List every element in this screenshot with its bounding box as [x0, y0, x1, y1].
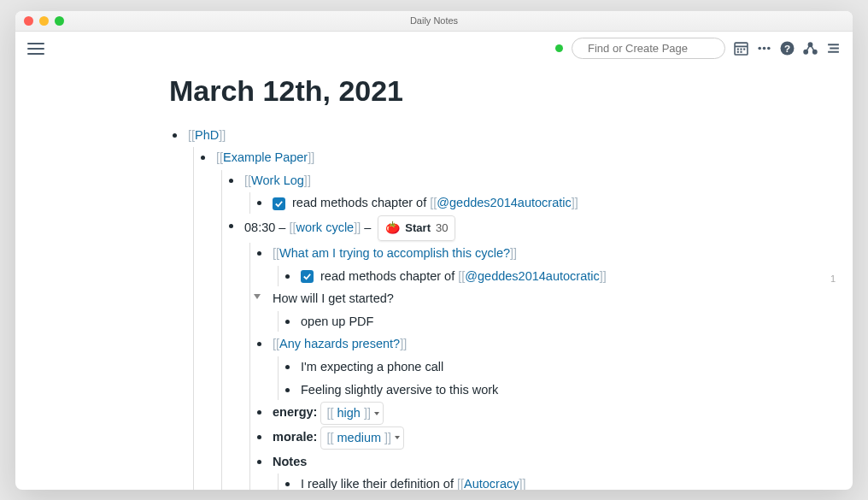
block-hazards[interactable]: [[Any hazards present?]] I'm expecting a…	[254, 333, 801, 400]
svg-point-11	[767, 47, 771, 50]
bullet-icon[interactable]	[285, 482, 290, 486]
svg-rect-8	[740, 51, 742, 53]
graph-icon[interactable]	[803, 41, 818, 56]
link-example-paper[interactable]: Example Paper	[223, 150, 308, 164]
link-work-cycle[interactable]: work cycle	[296, 221, 354, 234]
close-window-button[interactable]	[24, 16, 33, 26]
checkbox-done[interactable]	[301, 270, 314, 283]
topbar: ?	[15, 32, 853, 66]
chevron-down-icon	[374, 412, 379, 415]
link-high[interactable]: high	[337, 403, 360, 424]
svg-line-18	[812, 46, 814, 50]
aversive-text: Feeling slightly aversive to this work	[301, 383, 498, 397]
bullet-icon[interactable]	[257, 251, 261, 256]
block-todo-read-methods-2[interactable]: read methods chapter of [[@geddes2014aut…	[282, 266, 801, 287]
bullet-icon[interactable]	[229, 179, 233, 183]
help-icon[interactable]: ?	[780, 41, 795, 56]
block-aversive[interactable]: Feeling slightly aversive to this work	[282, 379, 801, 401]
block-example-paper[interactable]: [[Example Paper]] [[Work Log]] read meth…	[197, 147, 801, 489]
energy-dropdown[interactable]: [[high]]	[320, 402, 384, 425]
block-work-cycle[interactable]: 08:30 – [[work cycle]] – 🍅 Start 30 [[Wh…	[226, 215, 801, 489]
morale-label: morale:	[273, 430, 320, 444]
content-area[interactable]: March 12th, 2021 [[PhD]] [[Example Paper…	[15, 66, 853, 490]
checkbox-done[interactable]	[273, 197, 285, 210]
svg-line-17	[806, 46, 809, 50]
link-medium[interactable]: medium	[337, 427, 381, 449]
search-box[interactable]	[572, 38, 725, 59]
block-work-log[interactable]: [[Work Log]] read methods chapter of [[@…	[226, 170, 801, 214]
block-accomplish[interactable]: [[What am I trying to accomplish this cy…	[254, 243, 801, 286]
bullet-icon[interactable]	[257, 435, 261, 439]
svg-point-10	[763, 47, 766, 50]
search-input[interactable]	[588, 42, 731, 55]
link-phd[interactable]: PhD	[195, 128, 219, 142]
block-todo-read-methods[interactable]: read methods chapter of [[@geddes2014aut…	[254, 192, 801, 214]
svg-point-9	[758, 47, 761, 50]
bullet-icon[interactable]	[285, 365, 290, 369]
notes-label: Notes	[273, 455, 307, 468]
caret-down-icon[interactable]	[254, 294, 261, 299]
page-title: March 12th, 2021	[169, 74, 801, 108]
link-accomplish[interactable]: What am I trying to accomplish this cycl…	[279, 246, 510, 260]
link-geddes[interactable]: @geddes2014autocratic	[437, 196, 571, 209]
block-open-pdf[interactable]: open up PDF	[282, 311, 801, 332]
block-notes[interactable]: Notes I really like their definition of …	[254, 451, 801, 490]
app-window: Daily Notes ?	[15, 11, 853, 490]
titlebar: Daily Notes	[15, 11, 853, 32]
energy-label: energy:	[273, 406, 320, 420]
tomato-icon: 🍅	[385, 218, 400, 238]
minimize-window-button[interactable]	[39, 16, 49, 26]
definition-text: I really like their definition of	[301, 477, 457, 489]
window-title: Daily Notes	[15, 15, 853, 26]
block-energy[interactable]: energy: [[high]]	[254, 402, 801, 425]
svg-text:?: ?	[784, 43, 790, 54]
how-started-text: How will I get started?	[273, 291, 394, 305]
bullet-icon[interactable]	[285, 388, 290, 392]
more-icon[interactable]	[757, 41, 771, 56]
bullet-icon[interactable]	[257, 201, 261, 205]
sync-status-indicator	[555, 44, 563, 52]
bullet-icon[interactable]	[201, 156, 205, 160]
block-morale[interactable]: morale: [[medium]]	[254, 426, 801, 450]
bullet-icon[interactable]	[257, 410, 261, 415]
bullet-icon[interactable]	[257, 460, 261, 464]
pomo-label: Start	[405, 219, 431, 238]
link-work-log[interactable]: Work Log	[251, 174, 304, 187]
block-how-started[interactable]: How will I get started? open up PDF	[254, 288, 801, 332]
block-definition[interactable]: I really like their definition of [[Auto…	[282, 474, 801, 489]
svg-rect-4	[737, 49, 739, 50]
reference-count[interactable]: 1	[830, 271, 836, 287]
calendar-icon[interactable]	[734, 41, 748, 56]
menu-icon[interactable]	[27, 40, 44, 57]
link-hazards[interactable]: Any hazards present?	[279, 337, 400, 350]
sidebar-toggle-icon[interactable]	[826, 41, 841, 56]
block-phone-call[interactable]: I'm expecting a phone call	[282, 356, 801, 378]
todo-text: read methods chapter of	[292, 196, 430, 209]
todo-text: read methods chapter of	[320, 269, 458, 283]
topbar-icons: ?	[734, 41, 841, 56]
traffic-lights	[15, 16, 64, 26]
svg-rect-6	[743, 49, 745, 50]
bullet-icon[interactable]	[257, 342, 261, 346]
bullet-icon[interactable]	[285, 274, 290, 279]
link-autocracy[interactable]: Autocracy	[464, 477, 519, 489]
bullet-icon[interactable]	[285, 320, 290, 324]
svg-rect-5	[740, 49, 742, 50]
chevron-down-icon	[395, 436, 400, 439]
morale-dropdown[interactable]: [[medium]]	[320, 426, 404, 450]
svg-rect-7	[737, 51, 739, 53]
phone-call-text: I'm expecting a phone call	[301, 360, 443, 374]
block-phd[interactable]: [[PhD]] [[Example Paper]] [[Work Log]]	[169, 125, 801, 490]
bullet-icon[interactable]	[173, 133, 177, 138]
bullet-icon[interactable]	[229, 224, 233, 228]
pomo-minutes: 30	[436, 219, 448, 238]
link-geddes[interactable]: @geddes2014autocratic	[465, 269, 599, 283]
time-text: 08:30	[244, 221, 275, 234]
open-pdf-text: open up PDF	[301, 315, 373, 328]
pomodoro-button[interactable]: 🍅 Start 30	[378, 215, 455, 241]
maximize-window-button[interactable]	[55, 16, 64, 26]
